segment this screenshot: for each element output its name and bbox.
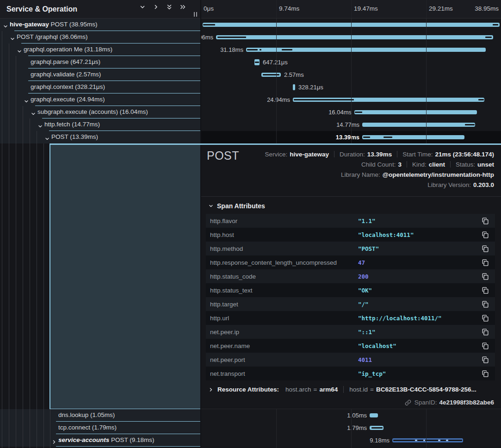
span-bar[interactable] [354, 110, 477, 114]
attribute-key: http.status_code [210, 273, 256, 280]
tree-row-graphql.parse[interactable]: graphql.parse (647.21μs) [0, 56, 200, 68]
span-attributes-header[interactable]: Span Attributes [209, 202, 265, 210]
attribute-row: net.peer.port4011 [206, 353, 495, 367]
tree-row-graphql.execute[interactable]: graphql.execute (24.94ms) [0, 93, 200, 106]
child-span-marker [260, 49, 261, 50]
duration-label: 24.94ms [267, 96, 290, 103]
attribute-key: http.flavor [210, 218, 237, 224]
child-span-marker [203, 24, 215, 25]
copy-icon[interactable] [482, 356, 489, 363]
attribute-key: net.transport [210, 370, 245, 377]
meta-value: unset [477, 161, 494, 168]
child-span-marker [465, 124, 475, 125]
service-name: service-accounts [58, 436, 109, 443]
meta-value: client [429, 161, 445, 168]
chevron-right-icon[interactable] [52, 438, 57, 443]
chevron-right-icon [209, 387, 213, 392]
gridline [351, 0, 352, 18]
span-bar[interactable] [362, 123, 475, 127]
copy-icon[interactable] [482, 370, 489, 377]
child-span-dot [438, 440, 440, 441]
attribute-key: http.response_content_length_uncompresse… [210, 259, 337, 266]
selected-span-backdrop [49, 145, 200, 409]
indent-guide [50, 409, 50, 448]
span-bar[interactable] [370, 413, 378, 417]
meta-label: Status: [456, 161, 475, 168]
detail-top-border [49, 143, 501, 145]
copy-icon[interactable] [482, 218, 489, 224]
copy-icon[interactable] [482, 329, 489, 336]
indent-guide [9, 44, 9, 448]
copy-icon[interactable] [482, 315, 489, 322]
tree-row-graphql.context[interactable]: graphql.context (328.21μs) [0, 81, 200, 93]
child-span-marker [255, 62, 259, 63]
attribute-key: http.status_text [210, 287, 253, 294]
child-span-marker [478, 99, 484, 100]
attribute-key: http.url [210, 315, 229, 322]
copy-icon[interactable] [482, 231, 489, 238]
child-span-dot [423, 440, 425, 441]
span-bar[interactable] [216, 35, 493, 39]
tree-header-icons [139, 3, 186, 11]
span-label: subgraph.execute (accounts) (16.04ms) [37, 108, 148, 115]
chevron-down-icon[interactable] [3, 22, 9, 28]
meta-item: Service:hive-gateway [265, 151, 329, 158]
resource-attributes-row[interactable]: Resource Attributes:host.arch=arm64host.… [209, 386, 476, 393]
copy-icon[interactable] [482, 301, 489, 308]
tree-row-graphql.validate[interactable]: graphql.validate (2.57ms) [0, 68, 200, 81]
span-label: service-accounts POST (9.18ms) [58, 436, 155, 443]
attribute-value: "localhost:4011" [358, 231, 414, 238]
span-bar[interactable] [293, 84, 295, 90]
tree-row-post[interactable]: hive-gateway POST (38.95ms) [0, 19, 200, 31]
meta-item: Library Version:0.203.0 [427, 181, 494, 188]
chevron-down-icon[interactable] [38, 122, 43, 128]
child-span-dot [446, 440, 448, 441]
panel-resize-handle[interactable] [194, 12, 197, 17]
child-span-marker [383, 137, 392, 138]
collapse-all-icon[interactable] [166, 3, 173, 11]
copy-icon[interactable] [482, 273, 489, 280]
resource-key: host.id [349, 386, 368, 393]
child-span-marker [247, 49, 258, 50]
resource-value: arm64 [319, 386, 338, 393]
child-span-marker [217, 37, 246, 38]
span-label: graphql.validate (2.57ms) [31, 71, 101, 78]
chevron-down-icon[interactable] [10, 35, 16, 40]
tree-row-subgraph.execute-accounts-[interactable]: subgraph.execute (accounts) (16.04ms) [0, 106, 200, 118]
attribute-row: net.transport"ip_tcp" [206, 367, 495, 380]
row-separator [56, 446, 200, 447]
section-divider [201, 196, 501, 197]
resource-key: host.arch [285, 386, 311, 393]
collapse-one-icon[interactable] [139, 3, 146, 11]
span-label: tcp.connect (1.79ms) [58, 424, 117, 431]
tree-row-post-graphql[interactable]: POST /graphql (36.06ms) [0, 31, 200, 44]
copy-icon[interactable] [482, 245, 489, 252]
gridline [276, 409, 277, 448]
meta-value: 13.39ms [367, 151, 392, 158]
copy-icon[interactable] [482, 342, 489, 349]
expand-one-icon[interactable] [152, 3, 160, 11]
chevron-down-icon[interactable] [45, 135, 50, 140]
attribute-row: http.host"localhost:4011" [206, 228, 495, 242]
span-title: POST [207, 149, 239, 162]
expand-all-icon[interactable] [179, 3, 186, 11]
child-span-marker [393, 440, 462, 441]
meta-label: Library Version: [427, 181, 471, 188]
chevron-down-icon[interactable] [31, 110, 37, 115]
span-label: graphql.context (328.21μs) [31, 83, 105, 90]
chevron-down-icon[interactable] [17, 47, 23, 53]
equals-sign: = [370, 386, 374, 393]
copy-icon[interactable] [482, 259, 489, 266]
axis-tick: 19.47ms [354, 5, 378, 12]
span-attributes-table: http.flavor"1.1"http.host"localhost:4011… [206, 214, 495, 380]
meta-line: Library Version:0.203.0 [235, 180, 494, 190]
tree-row-graphql.operation-me[interactable]: graphql.operation Me (31.18ms) [0, 44, 200, 56]
link-icon[interactable] [405, 399, 411, 406]
duration-label: 328.21μs [298, 84, 323, 91]
span-bar[interactable] [362, 135, 464, 139]
panel-divider[interactable] [200, 0, 201, 448]
attribute-key: net.peer.port [210, 356, 245, 363]
copy-icon[interactable] [482, 287, 489, 294]
chevron-down-icon[interactable] [24, 97, 30, 103]
meta-item: Kind:client [402, 161, 445, 168]
